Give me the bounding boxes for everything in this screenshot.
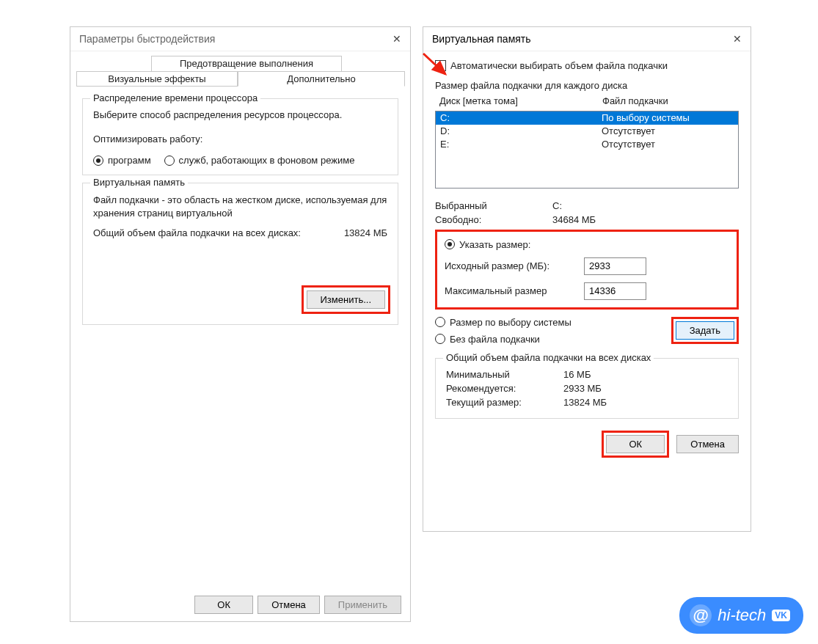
initial-size-input[interactable] bbox=[584, 257, 646, 275]
col-drive: Диск [метка тома] bbox=[439, 95, 602, 106]
radio-icon bbox=[435, 317, 445, 327]
min-label: Минимальный bbox=[446, 369, 563, 380]
free-space-label: Свободно: bbox=[435, 214, 552, 225]
max-size-input[interactable] bbox=[584, 282, 646, 300]
tabbar: Предотвращение выполнения данных Визуаль… bbox=[70, 51, 410, 87]
radio-no-paging-file[interactable]: Без файла подкачки bbox=[435, 334, 657, 345]
selected-drive-label: Выбранный bbox=[435, 200, 552, 211]
ok-button[interactable]: ОК bbox=[194, 596, 253, 614]
ok-button[interactable]: ОК bbox=[606, 435, 665, 453]
col-file: Файл подкачки bbox=[602, 95, 734, 106]
min-value: 16 МБ bbox=[563, 369, 728, 380]
vk-icon: VK bbox=[772, 610, 790, 621]
virtual-memory-window: Виртуальная память ✕ Автоматически выбир… bbox=[423, 26, 751, 532]
window-title: Виртуальная память bbox=[432, 33, 531, 45]
radio-icon bbox=[164, 155, 175, 166]
drive-row[interactable]: C:По выбору системы bbox=[436, 111, 738, 125]
apply-button[interactable]: Применить bbox=[324, 596, 401, 614]
close-icon[interactable]: ✕ bbox=[731, 33, 743, 45]
titlebar-vmem: Виртуальная память ✕ bbox=[423, 27, 751, 51]
radio-icon bbox=[93, 155, 103, 166]
perf-dialog-buttons: ОК Отмена Применить bbox=[194, 596, 401, 614]
group-legend: Виртуальная память bbox=[90, 177, 188, 188]
group-legend: Общий объем файла подкачки на всех диска… bbox=[443, 352, 654, 363]
tab-advanced[interactable]: Дополнительно bbox=[238, 71, 405, 87]
radio-custom-size[interactable]: Указать размер: bbox=[445, 239, 530, 250]
virtual-memory-group: Виртуальная память Файл подкачки - это о… bbox=[82, 183, 398, 325]
cancel-button[interactable]: Отмена bbox=[258, 596, 320, 614]
max-size-label: Максимальный размер bbox=[445, 285, 584, 296]
cpu-desc: Выберите способ распределения ресурсов п… bbox=[93, 109, 387, 120]
drive-row[interactable]: D:Отсутствует bbox=[436, 125, 738, 138]
optimize-label: Оптимизировать работу: bbox=[93, 133, 387, 144]
vm-desc: Файл подкачки - это область на жестком д… bbox=[93, 194, 387, 220]
per-drive-label: Размер файла подкачки для каждого диска bbox=[435, 80, 739, 91]
radio-icon bbox=[435, 334, 445, 344]
group-legend: Распределение времени процессора bbox=[90, 92, 260, 103]
cur-value: 13824 МБ bbox=[563, 397, 728, 408]
cpu-scheduling-group: Распределение времени процессора Выберит… bbox=[82, 98, 398, 175]
set-button[interactable]: Задать bbox=[676, 321, 734, 340]
titlebar-perf: Параметры быстродействия ✕ bbox=[70, 27, 410, 51]
initial-size-label: Исходный размер (МБ): bbox=[445, 260, 584, 271]
window-title: Параметры быстродействия bbox=[79, 33, 215, 45]
rec-value: 2933 МБ bbox=[563, 383, 728, 394]
drive-row[interactable]: E:Отсутствует bbox=[436, 138, 738, 151]
selected-drive-value: C: bbox=[552, 200, 739, 211]
vm-total-value: 13824 МБ bbox=[344, 227, 387, 238]
change-button[interactable]: Изменить... bbox=[307, 290, 385, 309]
radio-icon bbox=[445, 239, 455, 249]
free-space-value: 34684 МБ bbox=[552, 214, 739, 225]
rec-label: Рекомендуется: bbox=[446, 383, 563, 394]
watermark-badge: @ hi-tech VK bbox=[679, 597, 803, 634]
radio-services[interactable]: служб, работающих в фоновом режиме bbox=[164, 155, 355, 166]
radio-programs[interactable]: программ bbox=[93, 155, 151, 166]
cur-label: Текущий размер: bbox=[446, 397, 563, 408]
tab-visual-effects[interactable]: Визуальные эффекты bbox=[76, 71, 238, 87]
cancel-button[interactable]: Отмена bbox=[676, 435, 739, 453]
at-icon: @ bbox=[690, 604, 712, 626]
performance-options-window: Параметры быстродействия ✕ Предотвращени… bbox=[70, 26, 411, 622]
close-icon[interactable]: ✕ bbox=[391, 33, 403, 45]
drive-listbox[interactable]: C:По выбору системыD:ОтсутствуетE:Отсутс… bbox=[435, 111, 739, 189]
radio-system-managed[interactable]: Размер по выбору системы bbox=[435, 317, 657, 328]
auto-manage-checkbox[interactable]: Автоматически выбирать объем файла подка… bbox=[435, 60, 739, 71]
vm-total-label: Общий объем файла подкачки на всех диска… bbox=[93, 227, 344, 238]
checkbox-icon bbox=[435, 60, 446, 71]
